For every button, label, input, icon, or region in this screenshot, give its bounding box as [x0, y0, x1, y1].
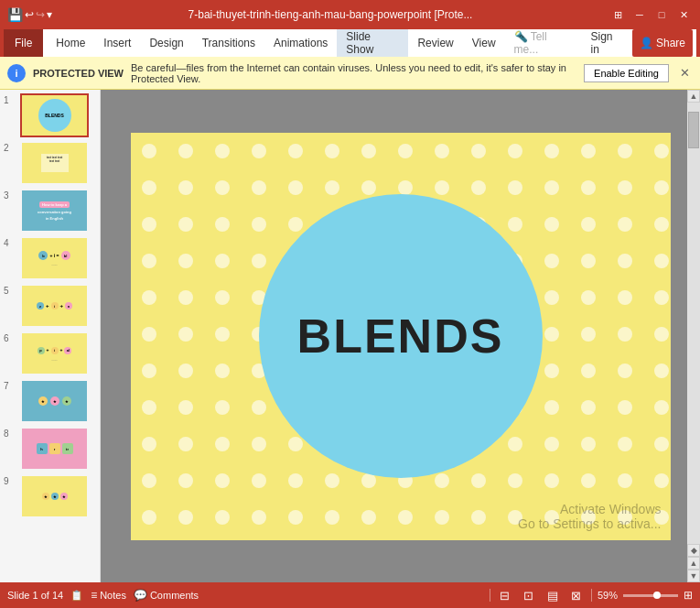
fit-icon[interactable]: ⊞: [684, 589, 693, 602]
slide-thumb-7[interactable]: ★ ★ ★: [20, 379, 89, 423]
title-bar: 💾 ↩ ↪ ▾ 7-bai-thuyet-trinh-tieng-anh-mau…: [0, 0, 700, 29]
scroll-mid-btn1[interactable]: ◆: [687, 544, 700, 557]
protected-view-label: PROTECTED VIEW: [33, 68, 124, 79]
list-item[interactable]: 3 How to keep a conversation going in En…: [4, 189, 96, 233]
menu-bar: File Home Insert Design Transitions Anim…: [0, 29, 700, 57]
minimize-button[interactable]: ─: [630, 5, 649, 24]
slide-canvas: BLENDS Activate Windows Go to Settings t…: [131, 133, 671, 540]
menu-home[interactable]: Home: [47, 29, 94, 57]
restore-button[interactable]: □: [652, 5, 671, 24]
scroll-up-arrow[interactable]: ▲: [687, 90, 700, 103]
status-left: Slide 1 of 14 📋: [7, 590, 83, 602]
vertical-scrollbar[interactable]: ▲ ◆ ▲ ▼: [687, 90, 700, 582]
notes-button[interactable]: ≡ Notes: [91, 589, 126, 602]
canvas-area: ▲ ◆ ▲ ▼ BLEND: [101, 90, 700, 582]
list-item[interactable]: 4 b + i = bl ___: [4, 236, 96, 280]
slide-thumb-2[interactable]: text text texttext text: [20, 141, 89, 185]
list-item[interactable]: 1 BLENDS: [4, 93, 96, 137]
menu-items: Home Insert Design Transitions Animation…: [43, 29, 696, 57]
file-menu[interactable]: File: [4, 29, 43, 57]
slide-count: Slide 1 of 14: [7, 590, 63, 601]
slide-thumb-4[interactable]: b + i = bl ___: [20, 236, 89, 280]
status-divider-1: [490, 589, 490, 602]
menu-slideshow[interactable]: Slide Show: [337, 29, 408, 57]
notes-icon: ≡: [91, 589, 97, 602]
list-item[interactable]: 8 h r tr: [4, 427, 96, 471]
zoom-slider[interactable]: [623, 594, 678, 597]
slide-panel: 1 BLENDS 2 text text texttext text 3: [0, 90, 101, 582]
redo-icon[interactable]: ↪: [36, 8, 45, 21]
menu-insert[interactable]: Insert: [94, 29, 140, 57]
blends-text: BLENDS: [297, 309, 504, 364]
status-right: ⊟ ⊡ ▤ ⊠ 59% ⊞: [490, 586, 693, 604]
menu-view[interactable]: View: [463, 29, 505, 57]
menu-review[interactable]: Review: [408, 29, 462, 57]
list-item[interactable]: 5 z + i + n: [4, 284, 96, 328]
comments-button[interactable]: 💬 Comments: [134, 589, 199, 602]
status-divider-2: [591, 589, 592, 602]
undo-icon[interactable]: ↩: [25, 8, 34, 21]
list-item[interactable]: 9 ★ ★ ★: [4, 474, 96, 518]
menu-share[interactable]: 👤Share: [632, 29, 693, 57]
blends-circle: BLENDS: [259, 194, 543, 478]
slide-notes-icon[interactable]: 📋: [70, 590, 83, 602]
slide-thumb-8[interactable]: h r tr: [20, 427, 89, 471]
zoom-thumb[interactable]: [653, 592, 661, 599]
notes-label: Notes: [100, 590, 126, 601]
protected-view-message: Be careful—files from the Internet can c…: [131, 62, 576, 84]
view-normal-icon[interactable]: ⊟: [496, 586, 514, 604]
slide-thumb-6[interactable]: p + i + al ___: [20, 331, 89, 375]
protected-bar-close[interactable]: ✕: [676, 65, 693, 81]
slide-thumb-5[interactable]: z + i + n: [20, 284, 89, 328]
slide-thumb-1[interactable]: BLENDS: [20, 93, 89, 137]
comments-icon: 💬: [134, 589, 147, 602]
quick-access: 💾 ↩ ↪ ▾: [7, 7, 52, 22]
main-area: 1 BLENDS 2 text text texttext text 3: [0, 90, 700, 582]
restore-tab-icon[interactable]: ⊞: [608, 5, 627, 24]
comments-label: Comments: [150, 590, 199, 601]
menu-tellme[interactable]: 🔦 Tell me...: [505, 29, 582, 57]
close-button[interactable]: ✕: [674, 5, 693, 24]
view-reading-icon[interactable]: ▤: [544, 586, 562, 604]
view-slide-sorter-icon[interactable]: ⊡: [520, 586, 538, 604]
menu-design[interactable]: Design: [140, 29, 192, 57]
scroll-down-arrow[interactable]: ▼: [687, 570, 700, 582]
window-title: 7-bai-thuyet-trinh-tieng-anh-mau-bang-po…: [59, 8, 601, 21]
window-controls: ⊞ ─ □ ✕: [608, 5, 693, 24]
enable-editing-button[interactable]: Enable Editing: [584, 64, 669, 82]
save-icon[interactable]: 💾: [7, 7, 23, 22]
info-icon: i: [7, 64, 26, 82]
slide-thumb-9[interactable]: ★ ★ ★: [20, 474, 89, 518]
list-item[interactable]: 6 p + i + al ___: [4, 331, 96, 375]
status-bar: Slide 1 of 14 📋 ≡ Notes 💬 Comments ⊟ ⊡ ▤…: [0, 582, 700, 608]
menu-animations[interactable]: Animations: [264, 29, 337, 57]
list-item[interactable]: 7 ★ ★ ★: [4, 379, 96, 423]
scroll-track[interactable]: [687, 103, 700, 544]
menu-transitions[interactable]: Transitions: [193, 29, 264, 57]
menu-signin[interactable]: Sign in: [582, 29, 632, 57]
list-item[interactable]: 2 text text texttext text: [4, 141, 96, 185]
customize-icon[interactable]: ▾: [47, 8, 52, 21]
scroll-mid-btn2[interactable]: ▲: [687, 557, 700, 570]
view-slideshow-icon[interactable]: ⊠: [567, 586, 586, 604]
protected-view-bar: i PROTECTED VIEW Be careful—files from t…: [0, 57, 700, 90]
zoom-level: 59%: [598, 590, 618, 601]
slide-thumb-3[interactable]: How to keep a conversation going in Engl…: [20, 189, 89, 233]
scroll-thumb[interactable]: [688, 112, 699, 148]
